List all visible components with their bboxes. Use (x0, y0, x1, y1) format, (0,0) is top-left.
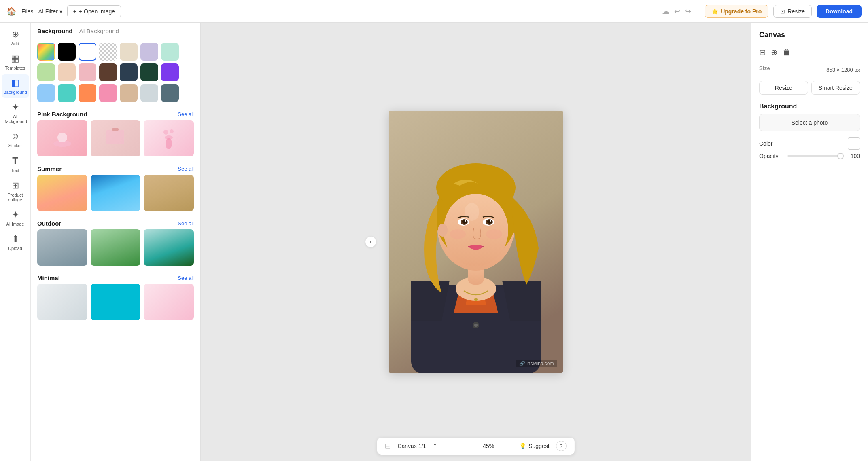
svg-point-34 (438, 224, 448, 237)
color-swatch-light-gray[interactable] (140, 84, 158, 102)
outdoor-see-all[interactable]: See all (178, 220, 194, 226)
outdoor-header: Outdoor See all (31, 216, 200, 229)
sidebar-item-product-collage[interactable]: ⊞ Product collage (2, 177, 29, 205)
minimal-see-all[interactable]: See all (178, 275, 194, 281)
color-swatch-gradient[interactable] (37, 43, 55, 61)
color-swatch-dark-gray[interactable] (161, 84, 179, 102)
bg-thumb-summer1[interactable] (37, 175, 87, 211)
color-swatch-transparent[interactable] (99, 43, 117, 61)
duplicate-action-icon[interactable]: ⊕ (771, 47, 778, 57)
color-swatch-purple[interactable] (161, 63, 179, 81)
sidebar-item-upload[interactable]: ⬆ Upload (2, 230, 29, 254)
bg-thumb-pink1[interactable] (37, 120, 87, 156)
color-swatch-pink[interactable] (79, 63, 96, 81)
panel-collapse-button[interactable]: ‹ (365, 236, 376, 247)
sidebar-item-background[interactable]: ◧ Background (2, 74, 29, 98)
sidebar-item-templates[interactable]: ▦ Templates (2, 50, 29, 74)
outdoor-title: Outdoor (37, 220, 61, 227)
opacity-value: 100 (848, 153, 860, 159)
color-swatch-mint[interactable] (161, 43, 179, 61)
bg-thumb-pink3[interactable] (144, 120, 194, 156)
select-photo-button[interactable]: Select a photo (759, 114, 860, 131)
undo-button[interactable]: ↩ (674, 7, 680, 16)
summer-title: Summer (37, 165, 62, 172)
color-picker[interactable] (848, 137, 860, 150)
redo-button[interactable]: ↪ (685, 7, 691, 16)
sidebar-item-add[interactable]: ⊕ Add (2, 26, 29, 49)
svg-point-17 (474, 298, 478, 301)
color-swatch-black[interactable] (58, 43, 76, 61)
bg-thumb-summer2[interactable] (91, 175, 141, 211)
svg-rect-2 (106, 130, 124, 144)
bg-thumb-outdoor3[interactable] (144, 229, 194, 266)
layers-icon[interactable]: ⊟ (385, 442, 391, 450)
pink-background-see-all[interactable]: See all (178, 111, 194, 117)
svg-point-29 (465, 220, 466, 222)
files-button[interactable]: Files (21, 8, 34, 15)
bg-thumb-minimal1[interactable] (37, 284, 87, 320)
color-swatch-tan[interactable] (120, 84, 138, 102)
background-icon: ◧ (11, 78, 19, 88)
smart-resize-button[interactable]: Smart Resize (811, 81, 860, 95)
layers-action-icon[interactable]: ⊟ (759, 47, 766, 57)
color-swatch-brown[interactable] (99, 63, 117, 81)
delete-action-icon[interactable]: 🗑 (783, 48, 791, 57)
suggest-button[interactable]: 💡 Suggest (519, 443, 549, 449)
summer-header: Summer See all (31, 161, 200, 175)
color-swatch-beige[interactable] (120, 43, 138, 61)
color-swatch-light-green[interactable] (37, 63, 55, 81)
download-button[interactable]: Download (817, 5, 862, 18)
sidebar-item-ai-image[interactable]: ✦ AI Image (2, 206, 29, 230)
resize-button[interactable]: ⊡ Resize (773, 5, 812, 18)
ai-filter-button[interactable]: AI Filter ▾ (38, 8, 62, 15)
color-swatch-teal[interactable] (58, 84, 76, 102)
plus-icon: + (73, 8, 76, 15)
open-image-button[interactable]: + + Open Image (67, 5, 121, 17)
color-swatch-white[interactable] (79, 43, 96, 61)
bg-thumb-pink2[interactable] (91, 120, 141, 156)
chevron-down-icon: ▾ (59, 8, 62, 15)
bottom-bar: ⊟ Canvas 1/1 ⌃ 45% 💡 Suggest ? (377, 438, 574, 455)
sidebar-item-text[interactable]: T Text (2, 152, 29, 176)
bg-thumb-minimal3[interactable] (144, 284, 194, 320)
upgrade-button[interactable]: ⭐ Upgrade to Pro (705, 5, 768, 18)
bg-thumb-outdoor1[interactable] (37, 229, 87, 266)
bg-thumb-outdoor2[interactable] (91, 229, 141, 266)
opacity-slider[interactable] (787, 155, 844, 157)
pink-background-title: Pink Background (37, 111, 87, 118)
tab-ai-background[interactable]: AI Background (79, 27, 119, 34)
sticker-icon: ☺ (11, 131, 19, 142)
resize-icon: ⊡ (780, 8, 785, 15)
color-swatch-peach[interactable] (58, 63, 76, 81)
color-swatches (31, 38, 200, 107)
pink-background-header: Pink Background See all (31, 107, 200, 120)
resize-buttons: Resize Smart Resize (759, 81, 860, 95)
color-swatch-orange[interactable] (79, 84, 96, 102)
help-button[interactable]: ? (556, 441, 567, 451)
sidebar-item-sticker[interactable]: ☺ Sticker (2, 128, 29, 151)
sidebar-item-ai-background[interactable]: ✦ AI Background (2, 99, 29, 127)
ai-filter-label: AI Filter (38, 8, 58, 15)
color-swatch-lavender[interactable] (140, 43, 158, 61)
minimal-header: Minimal See all (31, 271, 200, 284)
watermark: 🔗 insMind.com (516, 360, 557, 367)
topbar: 🏠 Files AI Filter ▾ + + Open Image ☁ ↩ ↪… (0, 0, 868, 23)
tab-background[interactable]: Background (37, 27, 73, 34)
bg-thumb-summer3[interactable] (144, 175, 194, 211)
sidebar-item-label: AI Image (6, 222, 24, 226)
color-swatch-dark-green[interactable] (140, 63, 158, 81)
bg-thumb-minimal2[interactable] (91, 284, 141, 320)
color-swatch-navy[interactable] (120, 63, 138, 81)
color-label: Color (759, 140, 772, 147)
expand-icon[interactable]: ⌃ (433, 443, 437, 449)
home-icon[interactable]: 🏠 (6, 6, 17, 16)
svg-rect-3 (112, 128, 119, 131)
sidebar-item-label: Add (11, 41, 19, 46)
svg-point-1 (57, 133, 67, 142)
pink-background-grid (31, 120, 200, 161)
color-swatch-salmon[interactable] (99, 84, 117, 102)
summer-see-all[interactable]: See all (178, 166, 194, 172)
resize-canvas-button[interactable]: Resize (759, 81, 808, 95)
color-swatch-sky-blue[interactable] (37, 84, 55, 102)
suggest-icon: 💡 (519, 443, 526, 449)
